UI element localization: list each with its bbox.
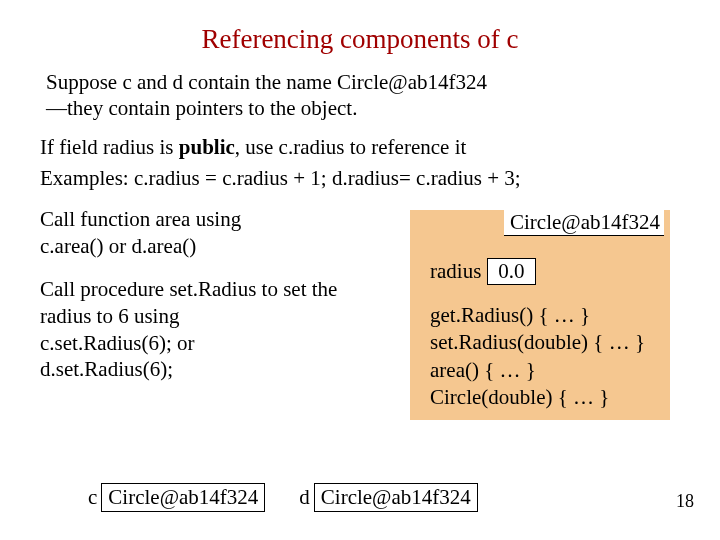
field-access-line: If field radius is public, use c.radius … — [40, 134, 680, 161]
call-area-2: c.area() or d.area() — [40, 234, 196, 258]
method-area: area() { … } — [430, 357, 645, 384]
field-prefix: If field radius is — [40, 135, 179, 159]
radius-row: radius 0.0 — [430, 258, 536, 285]
var-c-label: c — [88, 485, 97, 510]
method-getradius: get.Radius() { … } — [430, 302, 645, 329]
slide-title: Referencing components of c — [40, 24, 680, 55]
constructor-circle: Circle(double) { … } — [430, 384, 645, 411]
methods-list: get.Radius() { … } set.Radius(double) { … — [430, 302, 645, 411]
call-setradius-text: Call procedure set.Radius to set the rad… — [40, 276, 382, 384]
examples-line: Examples: c.radius = c.radius + 1; d.rad… — [40, 165, 680, 192]
call-set-2: c.set.Radius(6); or — [40, 331, 195, 355]
call-area-text: Call function area using c.area() or d.a… — [40, 206, 382, 260]
object-box: Circle@ab14f324 radius 0.0 get.Radius() … — [410, 210, 670, 420]
public-keyword: public — [179, 135, 235, 159]
call-set-1: Call procedure set.Radius to set the rad… — [40, 277, 337, 328]
radius-field-value: 0.0 — [487, 258, 535, 285]
var-d-label: d — [299, 485, 310, 510]
intro-line-2: —they contain pointers to the object. — [46, 96, 357, 120]
call-area-1: Call function area using — [40, 207, 241, 231]
page-number: 18 — [676, 491, 694, 512]
object-label: Circle@ab14f324 — [504, 210, 664, 236]
radius-field-label: radius — [430, 259, 481, 284]
call-set-3: d.set.Radius(6); — [40, 357, 173, 381]
method-setradius: set.Radius(double) { … } — [430, 329, 645, 356]
intro-line-1: Suppose c and d contain the name Circle@… — [46, 70, 487, 94]
pointer-refs: c Circle@ab14f324 d Circle@ab14f324 — [88, 483, 478, 512]
field-mid: , use c.radius to reference it — [235, 135, 466, 159]
var-c-box: Circle@ab14f324 — [101, 483, 265, 512]
var-d-box: Circle@ab14f324 — [314, 483, 478, 512]
intro-text: Suppose c and d contain the name Circle@… — [40, 69, 680, 122]
